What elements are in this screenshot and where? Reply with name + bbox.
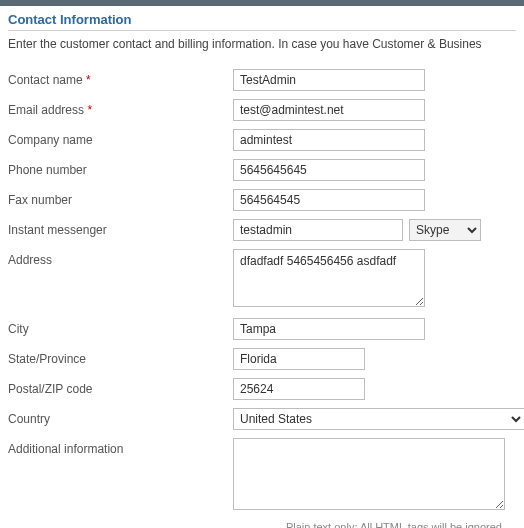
contact-info-section: Contact Information Enter the customer c…	[0, 6, 524, 528]
row-additional: Additional information	[8, 438, 516, 513]
label-phone: Phone number	[8, 159, 233, 177]
required-mark: *	[86, 73, 91, 87]
row-city: City	[8, 318, 516, 340]
label-im: Instant messenger	[8, 219, 233, 237]
row-contact-name: Contact name *	[8, 69, 516, 91]
label-city: City	[8, 318, 233, 336]
company-input[interactable]	[233, 129, 425, 151]
additional-textarea[interactable]	[233, 438, 505, 510]
address-textarea[interactable]: <span></span>	[233, 249, 425, 307]
row-country: Country United States	[8, 408, 516, 430]
label-postal: Postal/ZIP code	[8, 378, 233, 396]
row-email: Email address *	[8, 99, 516, 121]
label-email: Email address *	[8, 99, 233, 117]
email-input[interactable]	[233, 99, 425, 121]
row-state: State/Province	[8, 348, 516, 370]
section-description: Enter the customer contact and billing i…	[8, 37, 516, 51]
label-address: Address	[8, 249, 233, 267]
label-contact-name: Contact name *	[8, 69, 233, 87]
country-select[interactable]: United States	[233, 408, 524, 430]
state-input[interactable]	[233, 348, 365, 370]
im-handle-input[interactable]	[233, 219, 403, 241]
row-company: Company name	[8, 129, 516, 151]
label-country: Country	[8, 408, 233, 426]
row-im: Instant messenger Skype	[8, 219, 516, 241]
label-additional: Additional information	[8, 438, 233, 456]
row-phone: Phone number	[8, 159, 516, 181]
phone-input[interactable]	[233, 159, 425, 181]
fax-input[interactable]	[233, 189, 425, 211]
postal-input[interactable]	[233, 378, 365, 400]
row-postal: Postal/ZIP code	[8, 378, 516, 400]
label-text: Contact name	[8, 73, 83, 87]
label-company: Company name	[8, 129, 233, 147]
label-state: State/Province	[8, 348, 233, 366]
row-address: Address <span></span>	[8, 249, 516, 310]
section-title: Contact Information	[8, 6, 516, 31]
plain-text-hint: Plain text only: All HTML tags will be i…	[8, 521, 513, 528]
label-text: Email address	[8, 103, 84, 117]
contact-name-input[interactable]	[233, 69, 425, 91]
city-input[interactable]	[233, 318, 425, 340]
im-service-select[interactable]: Skype	[409, 219, 481, 241]
label-fax: Fax number	[8, 189, 233, 207]
required-mark: *	[87, 103, 92, 117]
row-fax: Fax number	[8, 189, 516, 211]
